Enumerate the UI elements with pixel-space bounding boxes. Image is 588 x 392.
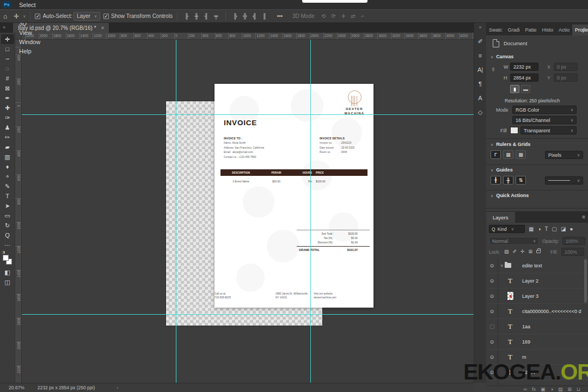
panel-menu-icon[interactable]: ≡ (583, 26, 586, 32)
align-icon[interactable]: ╟ (182, 13, 192, 19)
layers-footer-icon[interactable]: ⊞ (567, 387, 572, 392)
guides-icon[interactable]: ⇅ (516, 176, 526, 185)
foreground-color-swatch[interactable] (3, 255, 9, 261)
layers-footer-icon[interactable]: ⊔ (577, 387, 580, 392)
panel-tab[interactable]: Actio (556, 24, 572, 35)
fill-dropdown[interactable]: Transparent∨ (520, 126, 577, 134)
layer-filter-dropdown[interactable]: Q Kind ∨ (489, 225, 525, 233)
panel-tab[interactable]: Gradi (505, 24, 523, 35)
guides-icon[interactable]: ╂ (491, 176, 501, 185)
horizontal-guide[interactable] (22, 314, 474, 315)
layer-filter-icon[interactable]: ◪ (561, 226, 566, 232)
ruler-units-dropdown[interactable]: Pixels∨ (545, 151, 583, 159)
menu-item[interactable]: Window (15, 37, 45, 46)
status-chevron-icon[interactable]: › (117, 385, 118, 390)
layers-footer-icon[interactable]: ▤ (558, 387, 563, 392)
layer-row[interactable]: ⊙ ∨ T 169 (486, 334, 588, 350)
lock-icon[interactable]: ▨ (504, 249, 509, 254)
expand-panels-icon[interactable]: » (479, 24, 481, 30)
tool-button[interactable]: T (1, 191, 14, 201)
layer-row[interactable]: ⊙ ∨ T cita0000000..<<<<<<<<0 d (486, 304, 588, 319)
layers-footer-icon[interactable]: ◑ (550, 387, 553, 392)
distribute-icon[interactable]: ╣ (250, 13, 260, 19)
collapsed-panel-icon[interactable]: A| (475, 63, 486, 77)
bit-depth-dropdown[interactable]: 16 Bits/Channel∨ (512, 116, 577, 124)
guides-icon[interactable]: ╫ (503, 176, 513, 185)
layer-filter-icon[interactable]: ◑ (537, 226, 541, 232)
tool-button[interactable]: ♦ (1, 162, 14, 171)
align-icon[interactable]: ╢ (201, 13, 211, 19)
collapsed-panel-icon[interactable]: ✐ (475, 34, 486, 48)
tool-button[interactable]: ✛ (1, 34, 14, 44)
home-icon[interactable]: ⌂ (0, 13, 10, 20)
tool-button[interactable]: ✚ (1, 103, 14, 113)
collapsed-panel-icon[interactable]: A (475, 91, 486, 105)
vertical-guide[interactable] (310, 40, 311, 383)
tool-button[interactable]: ✒ (1, 93, 14, 103)
close-icon[interactable]: × (101, 25, 105, 31)
tool-button[interactable]: ✑ (1, 113, 14, 122)
layer-filter-icon[interactable]: ▢ (552, 226, 557, 232)
color-swatches[interactable]: ◨ (2, 253, 13, 267)
show-transform-checkbox[interactable]: ✓ (103, 14, 109, 19)
canvas-section-header[interactable]: ∨Canvas (491, 54, 513, 59)
menu-item[interactable]: View (15, 28, 45, 37)
layers-footer-icon[interactable]: fx (532, 387, 536, 392)
tool-button[interactable]: Q (1, 230, 14, 240)
guides-section-header[interactable]: ∨Guides (491, 167, 513, 173)
tool-button[interactable]: ⋯ (1, 240, 14, 250)
width-field[interactable]: 2232 px (510, 63, 538, 71)
tool-button[interactable]: ➤ (1, 201, 14, 211)
distribute-icon[interactable]: ╠ (230, 13, 240, 19)
collapsed-panel-icon[interactable]: ¶ (475, 77, 486, 91)
layer-filter-icon[interactable]: T (545, 226, 548, 232)
panel-tab[interactable]: Histo (540, 24, 556, 35)
chevron-down-icon[interactable]: ∨ (23, 14, 26, 19)
lock-icon[interactable]: ✐ (513, 249, 517, 254)
panel-tab[interactable]: Patte (523, 24, 540, 35)
layers-footer-icon[interactable]: ∞ (524, 387, 527, 392)
tool-button[interactable]: ✎ (1, 181, 14, 191)
align-icon[interactable]: ╤ (211, 13, 221, 19)
tool-button[interactable]: ♟ (1, 122, 14, 132)
collapsed-panel-icon[interactable]: ≡ (475, 48, 486, 63)
layer-filter-icon[interactable]: ● (570, 226, 573, 232)
menu-item[interactable]: Select (15, 0, 45, 9)
layer-row[interactable]: ⊙ ∨ T Layer 2 (486, 273, 588, 289)
fill-swatch[interactable] (510, 127, 518, 134)
menu-item[interactable]: Help (15, 46, 45, 56)
visibility-toggle[interactable]: ⊙ (486, 319, 498, 334)
auto-select-target-dropdown[interactable]: Layer ∨ (74, 12, 100, 21)
rulers-grids-section-header[interactable]: ∨Rulers & Grids (491, 142, 530, 147)
auto-select-checkbox[interactable]: ✓ (35, 14, 40, 19)
visibility-toggle[interactable]: ⊙ (486, 258, 498, 273)
vertical-guide[interactable] (176, 40, 176, 383)
layers-panel-menu-icon[interactable]: ≡ (582, 214, 585, 220)
lock-all-icon[interactable] (536, 250, 541, 253)
more-options-icon[interactable]: ••• (275, 13, 285, 19)
link-dimensions-icon[interactable]: ∞ (491, 68, 497, 71)
tool-button[interactable]: ◌ (1, 64, 14, 74)
screen-mode-icon[interactable]: ◫ (1, 277, 14, 287)
collapsed-panel-icon[interactable]: ◇ (475, 105, 486, 119)
layers-panel-tab[interactable]: Layers (486, 212, 515, 223)
move-tool-preset-icon[interactable]: ✛ (10, 13, 22, 20)
panel-tab[interactable]: Swatc (486, 24, 505, 35)
height-field[interactable]: 2854 px (510, 74, 538, 82)
tab-overflow-icon[interactable]: » (3, 24, 5, 30)
tool-button[interactable]: # (1, 74, 14, 83)
chevron-down-icon[interactable]: ∨ (500, 264, 503, 268)
tool-button[interactable]: ↻ (1, 220, 14, 230)
tool-button[interactable]: ∽ (1, 54, 14, 64)
color-mode-dropdown[interactable]: RGB Color∨ (512, 106, 577, 114)
portrait-orientation-button[interactable]: ▮ (510, 85, 519, 93)
tool-button[interactable]: ⚬ (1, 171, 14, 181)
lock-icon[interactable]: ⊞ (529, 249, 533, 254)
horizontal-ruler[interactable]: 2200200018001600140012001000800600400200… (15, 33, 474, 40)
visibility-toggle[interactable]: ⊙ (486, 273, 498, 288)
vertical-ruler[interactable]: 4002000200400600800100012001400160018002… (15, 40, 22, 383)
visibility-toggle[interactable]: ⊙ (486, 334, 498, 349)
zoom-level[interactable]: 20.67% (9, 385, 24, 390)
tool-button[interactable]: ▰ (1, 142, 14, 152)
quick-actions-section-header[interactable]: ∨Quick Actions (491, 193, 529, 198)
